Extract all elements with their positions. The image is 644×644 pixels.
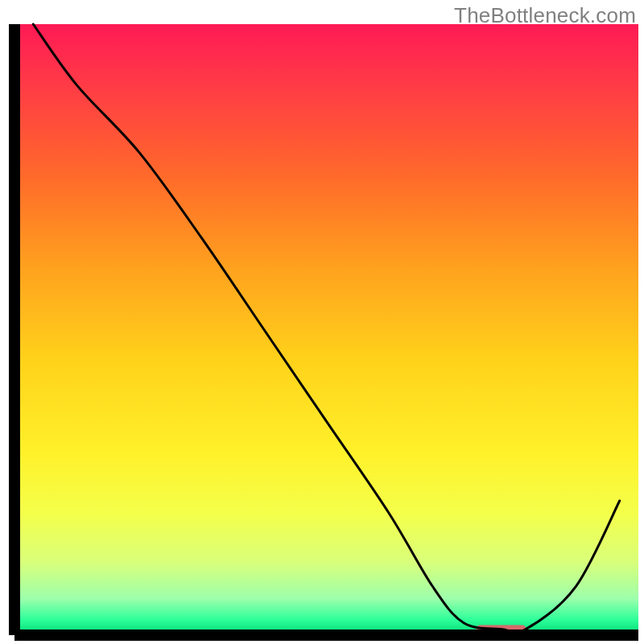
gradient-background <box>14 24 638 635</box>
bottleneck-chart <box>0 0 644 644</box>
chart-container: { "watermark": "TheBottleneck.com", "cha… <box>0 0 644 644</box>
